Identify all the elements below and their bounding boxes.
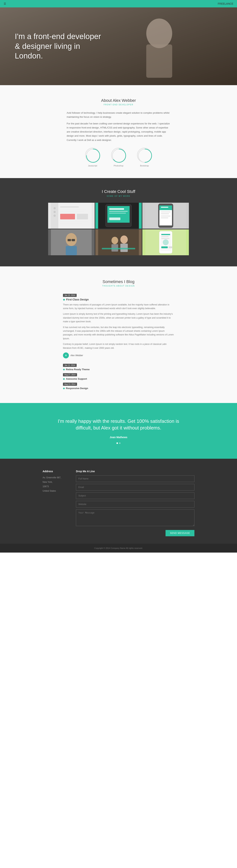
contact-section: Address Av. Greenville 987,New York,1067… <box>0 459 237 544</box>
portfolio-item-2[interactable] <box>95 203 142 228</box>
hero-section: I'm a front-end developer & designer liv… <box>0 7 237 85</box>
diamond-icon-2: ◆ <box>63 368 65 371</box>
svg-rect-32 <box>159 206 172 210</box>
skill-circle-photoshop <box>111 148 126 162</box>
svg-point-48 <box>120 236 128 244</box>
svg-rect-37 <box>161 218 168 218</box>
portfolio-item-5[interactable] <box>95 229 142 255</box>
svg-point-19 <box>54 207 56 209</box>
portfolio-item-1[interactable] <box>48 203 95 228</box>
form-title: Drop Me A Line <box>76 470 195 473</box>
svg-rect-34 <box>161 212 171 212</box>
svg-rect-26 <box>109 211 128 212</box>
svg-rect-12 <box>60 207 79 208</box>
about-text: Avid follower of technology. I help busi… <box>67 111 170 142</box>
svg-rect-59 <box>169 246 172 248</box>
skills-container: Javascript Photoshop Bootstrap <box>0 148 237 167</box>
about-body: For the past decade I've been crafting u… <box>67 122 170 142</box>
about-intro: Avid follower of technology. I help busi… <box>67 111 170 119</box>
field-email <box>76 484 195 491</box>
blog-body3-1: Contrary to popular belief, Lorem Ipsum … <box>63 342 174 350</box>
blog-excerpt-1: There are many variations of passages of… <box>63 303 174 310</box>
svg-rect-35 <box>161 213 169 214</box>
portfolio-section: I Create Cool Stuff SOME OF MY WORK <box>0 178 237 267</box>
testimonial-author: Joan Mathews <box>110 436 127 439</box>
blog-date-2: Jan 11, 2014 <box>63 364 77 367</box>
svg-rect-41 <box>67 239 71 241</box>
svg-point-39 <box>66 233 77 246</box>
svg-rect-16 <box>77 214 88 219</box>
blog-date-3: Aug 27, 2014 <box>63 373 77 376</box>
svg-point-46 <box>112 237 118 244</box>
input-website[interactable] <box>76 501 195 507</box>
diamond-icon-4: ◆ <box>63 387 65 390</box>
skill-photoshop: Photoshop <box>111 148 126 167</box>
blog-date-1: Jan 15, 2014 <box>63 294 77 297</box>
portfolio-item-4[interactable] <box>48 229 95 255</box>
footer-text: Copyright © 2014 Company Name All rights… <box>3 547 234 549</box>
skill-circle-javascript <box>85 148 100 162</box>
field-subject <box>76 492 195 499</box>
contact-form: Drop Me A Line Send Message <box>76 470 195 536</box>
svg-rect-18 <box>60 223 82 224</box>
skill-bootstrap: Bootstrap <box>137 148 152 167</box>
blog-author-1: A Alex Webber <box>63 352 174 359</box>
blog-content: Jan 15, 2014 ◆ First Class Design There … <box>63 293 174 390</box>
svg-rect-14 <box>60 211 84 212</box>
blog-title: Sometimes I Blog <box>0 279 237 284</box>
hero-headline: I'm a front-end developer & designer liv… <box>15 32 108 61</box>
svg-rect-42 <box>72 239 75 241</box>
hamburger-icon[interactable]: ☰ <box>4 2 6 5</box>
nav-brand: FREELANCE <box>218 2 233 5</box>
blog-post-1: Jan 15, 2014 ◆ First Class Design There … <box>63 293 174 359</box>
svg-point-20 <box>54 211 56 213</box>
svg-rect-54 <box>161 234 170 235</box>
blog-post-4: Aug 13, 2014 ◆ Responsive Design <box>63 382 174 390</box>
svg-rect-27 <box>109 213 126 214</box>
blog-title-4: ◆ Responsive Design <box>63 387 174 390</box>
svg-rect-15 <box>60 214 75 219</box>
svg-rect-43 <box>71 240 72 240</box>
input-subject[interactable] <box>76 492 195 499</box>
blog-section: Sometimes I Blog THOUGHTS ABOUT DESIGN J… <box>0 267 237 403</box>
svg-point-2 <box>146 19 172 48</box>
blog-title-3: ◆ Awesome Support <box>63 377 174 380</box>
svg-rect-50 <box>102 248 135 249</box>
input-message[interactable] <box>76 509 195 526</box>
portfolio-item-6[interactable] <box>142 229 189 255</box>
svg-rect-56 <box>161 238 170 239</box>
dot-2[interactable] <box>119 442 121 444</box>
blog-body2-1: It has survived not only five centuries,… <box>63 326 174 341</box>
svg-rect-28 <box>109 218 120 220</box>
dot-1[interactable] <box>116 442 118 444</box>
input-email[interactable] <box>76 484 195 491</box>
testimonial-quote: I'm really happy with the results. Get 1… <box>54 418 183 431</box>
navbar: ☰ FREELANCE <box>0 0 237 7</box>
blog-post-3: Aug 27, 2014 ◆ Awesome Support <box>63 373 174 380</box>
svg-rect-25 <box>109 208 124 210</box>
skill-label-bootstrap: Bootstrap <box>140 164 149 167</box>
about-title: About Alex Webber <box>0 98 237 103</box>
author-name-1: Alex Webber <box>70 354 83 357</box>
svg-point-57 <box>163 239 169 245</box>
diamond-icon-3: ◆ <box>63 377 65 380</box>
field-message <box>76 509 195 527</box>
svg-rect-33 <box>161 207 168 208</box>
blog-date-4: Aug 13, 2014 <box>63 383 77 386</box>
skill-label-javascript: Javascript <box>88 164 97 167</box>
blog-title-2: ◆ Retina Ready Theme <box>63 368 174 371</box>
hero-content: I'm a front-end developer & designer liv… <box>15 32 108 61</box>
author-avatar-1: A <box>63 352 69 359</box>
svg-rect-3 <box>146 44 172 78</box>
send-button[interactable]: Send Message <box>166 530 195 536</box>
portfolio-item-3[interactable] <box>142 203 189 228</box>
svg-rect-49 <box>120 244 128 252</box>
svg-rect-45 <box>98 229 139 255</box>
svg-rect-13 <box>60 209 86 210</box>
blog-title-1: ◆ First Class Design <box>63 298 174 301</box>
svg-rect-17 <box>60 221 88 222</box>
skill-label-photoshop: Photoshop <box>114 164 123 167</box>
address-title: Address <box>42 470 61 473</box>
input-full-name[interactable] <box>76 475 195 482</box>
testimonial-dots <box>11 442 226 444</box>
